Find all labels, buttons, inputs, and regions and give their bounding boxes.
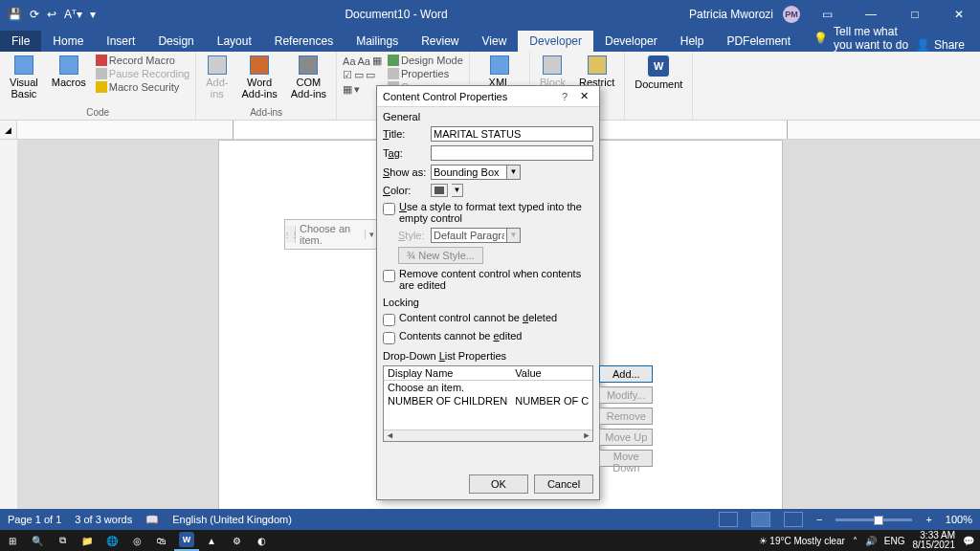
read-mode-icon[interactable] — [719, 512, 738, 527]
zoom-level[interactable]: 100% — [946, 514, 972, 525]
tab-layout[interactable]: Layout — [206, 31, 263, 52]
ctrl-combo-icon[interactable]: ▭ — [354, 69, 364, 81]
tab-pdfelement[interactable]: PDFelement — [715, 31, 802, 52]
clock[interactable]: 3:33 AM8/15/2021 — [913, 531, 956, 550]
settings-icon[interactable]: ⚙ — [224, 530, 249, 551]
tab-references[interactable]: References — [263, 31, 345, 52]
word-addins-button[interactable]: Word Add-ins — [237, 54, 280, 101]
showas-value[interactable] — [431, 165, 507, 180]
tab-developer[interactable]: Developer — [518, 31, 593, 52]
tab-developer-2[interactable]: Developer — [593, 31, 669, 52]
tab-design[interactable]: Design — [146, 31, 205, 52]
language-status[interactable]: English (United Kingdom) — [172, 514, 292, 525]
ruler-corner[interactable]: ◢ — [0, 121, 17, 139]
explorer-icon[interactable]: 📁 — [75, 530, 100, 551]
user-name[interactable]: Patricia Mworozi — [689, 8, 773, 21]
properties-button[interactable]: Properties — [388, 67, 463, 80]
network-icon[interactable]: 🔊 — [865, 536, 877, 546]
tag-field[interactable] — [431, 145, 593, 161]
word-count[interactable]: 3 of 3 words — [75, 514, 132, 525]
undo-icon[interactable]: ↩ — [47, 8, 56, 21]
control-placeholder: Choose an item. — [296, 221, 365, 248]
spellcheck-icon[interactable]: 📖 — [145, 514, 159, 526]
weather-widget[interactable]: ☀ 19°C Mostly clear — [759, 536, 845, 546]
search-icon[interactable]: 🔍 — [25, 530, 50, 551]
control-handle-icon[interactable]: ⋮⋮ — [286, 226, 296, 243]
taskview-icon[interactable]: ⧉ — [50, 530, 75, 551]
tab-home[interactable]: Home — [41, 31, 95, 52]
tab-file[interactable]: File — [0, 31, 41, 52]
ctrl-richtext-icon[interactable]: Aa — [343, 55, 355, 67]
add-button[interactable]: Add... — [599, 365, 653, 383]
language-indicator[interactable]: ENG — [884, 536, 905, 546]
store-icon[interactable]: 🛍 — [149, 530, 174, 551]
notifications-icon[interactable]: 💬 — [963, 536, 974, 546]
edge-icon[interactable]: 🌐 — [100, 530, 124, 551]
ctrl-date-icon[interactable]: ▭ — [366, 69, 375, 81]
dialog-titlebar[interactable]: Content Control Properties ? ✕ — [377, 86, 599, 107]
ctrl-plaintext-icon[interactable]: Aa — [358, 55, 370, 67]
macro-security-button[interactable]: Macro Security — [96, 80, 189, 94]
word-taskbar-icon[interactable]: W — [174, 530, 199, 551]
chevron-down-icon[interactable]: ▼ — [507, 165, 521, 180]
refresh-icon[interactable]: ⟳ — [30, 8, 39, 21]
close-icon[interactable]: ✕ — [942, 0, 976, 29]
page-status[interactable]: Page 1 of 1 — [8, 514, 61, 525]
share-button[interactable]: 👤Share — [916, 38, 980, 52]
dialog-close-icon[interactable]: ✕ — [574, 90, 593, 102]
vertical-ruler[interactable] — [0, 140, 17, 530]
ctrl-more-icon[interactable]: ▦ — [372, 55, 382, 67]
tab-insert[interactable]: Insert — [95, 31, 146, 52]
cannot-delete-checkbox[interactable] — [383, 314, 395, 326]
save-icon[interactable]: 💾 — [8, 8, 22, 21]
tray-chevron-icon[interactable]: ˄ — [853, 536, 858, 546]
chrome-icon[interactable]: ◎ — [124, 530, 149, 551]
dropdown-list[interactable]: Display NameValue Choose an item. NUMBER… — [383, 365, 593, 442]
ok-button[interactable]: OK — [469, 474, 528, 494]
remove-control-checkbox[interactable] — [383, 270, 395, 282]
macros-button[interactable]: Macros — [48, 54, 90, 90]
tell-me[interactable]: 💡Tell me what you want to do — [802, 25, 916, 52]
start-icon[interactable]: ⊞ — [0, 530, 25, 551]
zoom-in-icon[interactable]: + — [925, 514, 931, 525]
color-picker[interactable] — [431, 184, 448, 197]
color-dropdown-icon[interactable]: ▼ — [452, 184, 463, 197]
design-mode-button[interactable]: Design Mode — [388, 54, 463, 67]
tab-review[interactable]: Review — [410, 31, 470, 52]
tab-mailings[interactable]: Mailings — [345, 31, 410, 52]
cannot-edit-checkbox[interactable] — [383, 332, 395, 344]
web-layout-icon[interactable] — [784, 512, 803, 527]
zoom-out-icon[interactable]: − — [816, 514, 822, 525]
ctrl-legacy-icon[interactable]: ▾ — [354, 83, 360, 96]
vlc-icon[interactable]: ▲ — [199, 530, 224, 551]
col-value[interactable]: Value — [511, 366, 592, 381]
ctrl-dropdown-icon[interactable]: ▦ — [343, 83, 352, 96]
visual-basic-button[interactable]: Visual Basic — [6, 54, 42, 101]
record-macro-button[interactable]: Record Macro — [96, 54, 189, 67]
pause-recording-button: Pause Recording — [96, 67, 189, 80]
document-template-button[interactable]: WDocument — [631, 54, 686, 92]
qat-more-icon[interactable]: ▾ — [90, 8, 96, 21]
col-display[interactable]: Display Name — [384, 366, 511, 381]
use-style-checkbox[interactable] — [383, 203, 395, 215]
redo-icon[interactable]: Aᵀ▾ — [64, 8, 82, 21]
ctrl-checkbox-icon[interactable]: ☑ — [343, 69, 352, 81]
com-addins-button[interactable]: COM Add-ins — [287, 54, 330, 101]
title-field[interactable] — [431, 126, 593, 142]
list-item: Choose an item. — [384, 381, 592, 395]
restrict-icon — [588, 55, 607, 75]
group-templates: WDocument — [625, 52, 693, 120]
app-icon[interactable]: ◐ — [249, 530, 274, 551]
dialog-help-icon[interactable]: ? — [555, 91, 574, 102]
zoom-slider[interactable] — [835, 518, 912, 521]
share-icon: 👤 — [916, 38, 930, 52]
tab-view[interactable]: View — [471, 31, 519, 52]
tab-help[interactable]: Help — [669, 31, 716, 52]
showas-combo[interactable]: ▼ — [431, 165, 521, 180]
avatar[interactable]: PM — [783, 6, 800, 23]
print-layout-icon[interactable] — [751, 512, 770, 527]
horizontal-scrollbar[interactable]: ◄► — [384, 430, 592, 441]
cancel-button[interactable]: Cancel — [534, 474, 593, 494]
word-addins-icon — [250, 55, 269, 75]
content-control[interactable]: ⋮⋮ Choose an item. ▾ — [284, 219, 380, 250]
